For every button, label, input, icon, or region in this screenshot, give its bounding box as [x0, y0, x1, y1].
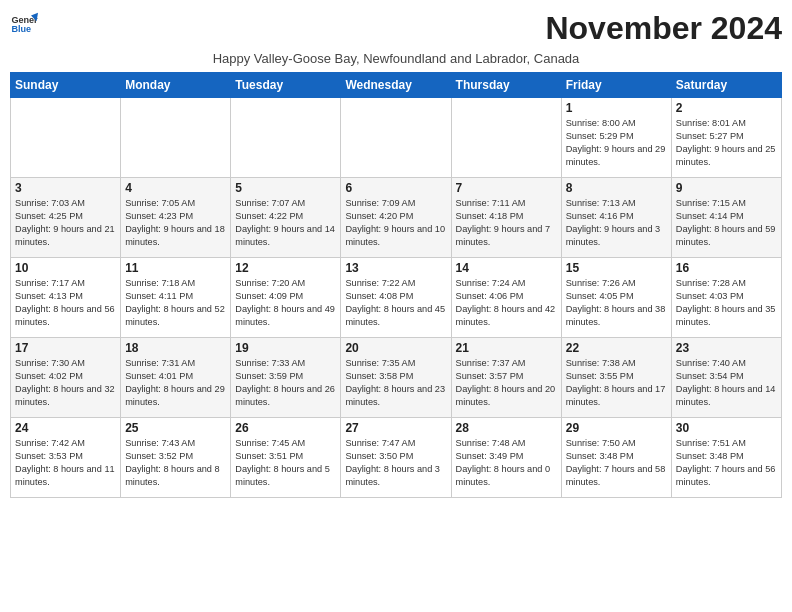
day-number: 19: [235, 341, 336, 355]
day-number: 27: [345, 421, 446, 435]
day-info: Sunrise: 7:43 AMSunset: 3:52 PMDaylight:…: [125, 437, 226, 489]
location-subtitle: Happy Valley-Goose Bay, Newfoundland and…: [10, 51, 782, 66]
day-info: Sunrise: 7:35 AMSunset: 3:58 PMDaylight:…: [345, 357, 446, 409]
day-info: Sunrise: 7:33 AMSunset: 3:59 PMDaylight:…: [235, 357, 336, 409]
day-number: 1: [566, 101, 667, 115]
calendar-cell: 15Sunrise: 7:26 AMSunset: 4:05 PMDayligh…: [561, 258, 671, 338]
day-number: 2: [676, 101, 777, 115]
day-number: 18: [125, 341, 226, 355]
calendar-cell: 22Sunrise: 7:38 AMSunset: 3:55 PMDayligh…: [561, 338, 671, 418]
logo: General Blue: [10, 10, 38, 38]
dow-header-thursday: Thursday: [451, 73, 561, 98]
calendar-cell: 19Sunrise: 7:33 AMSunset: 3:59 PMDayligh…: [231, 338, 341, 418]
calendar-cell: 5Sunrise: 7:07 AMSunset: 4:22 PMDaylight…: [231, 178, 341, 258]
calendar-cell: 18Sunrise: 7:31 AMSunset: 4:01 PMDayligh…: [121, 338, 231, 418]
day-info: Sunrise: 8:00 AMSunset: 5:29 PMDaylight:…: [566, 117, 667, 169]
calendar-cell: [231, 98, 341, 178]
calendar-cell: 7Sunrise: 7:11 AMSunset: 4:18 PMDaylight…: [451, 178, 561, 258]
day-info: Sunrise: 7:07 AMSunset: 4:22 PMDaylight:…: [235, 197, 336, 249]
calendar-cell: 24Sunrise: 7:42 AMSunset: 3:53 PMDayligh…: [11, 418, 121, 498]
calendar-cell: 30Sunrise: 7:51 AMSunset: 3:48 PMDayligh…: [671, 418, 781, 498]
day-number: 7: [456, 181, 557, 195]
day-number: 8: [566, 181, 667, 195]
day-info: Sunrise: 7:24 AMSunset: 4:06 PMDaylight:…: [456, 277, 557, 329]
logo-icon: General Blue: [10, 10, 38, 38]
calendar-cell: 2Sunrise: 8:01 AMSunset: 5:27 PMDaylight…: [671, 98, 781, 178]
day-info: Sunrise: 7:09 AMSunset: 4:20 PMDaylight:…: [345, 197, 446, 249]
dow-header-sunday: Sunday: [11, 73, 121, 98]
day-number: 21: [456, 341, 557, 355]
day-info: Sunrise: 7:37 AMSunset: 3:57 PMDaylight:…: [456, 357, 557, 409]
day-info: Sunrise: 7:45 AMSunset: 3:51 PMDaylight:…: [235, 437, 336, 489]
calendar-cell: [341, 98, 451, 178]
page-header: General Blue November 2024: [10, 10, 782, 47]
day-info: Sunrise: 7:51 AMSunset: 3:48 PMDaylight:…: [676, 437, 777, 489]
day-info: Sunrise: 7:03 AMSunset: 4:25 PMDaylight:…: [15, 197, 116, 249]
calendar-cell: 3Sunrise: 7:03 AMSunset: 4:25 PMDaylight…: [11, 178, 121, 258]
month-title: November 2024: [545, 10, 782, 47]
day-info: Sunrise: 7:05 AMSunset: 4:23 PMDaylight:…: [125, 197, 226, 249]
day-number: 9: [676, 181, 777, 195]
day-info: Sunrise: 7:22 AMSunset: 4:08 PMDaylight:…: [345, 277, 446, 329]
calendar-cell: 13Sunrise: 7:22 AMSunset: 4:08 PMDayligh…: [341, 258, 451, 338]
calendar-cell: 8Sunrise: 7:13 AMSunset: 4:16 PMDaylight…: [561, 178, 671, 258]
calendar-cell: 28Sunrise: 7:48 AMSunset: 3:49 PMDayligh…: [451, 418, 561, 498]
calendar-cell: 23Sunrise: 7:40 AMSunset: 3:54 PMDayligh…: [671, 338, 781, 418]
day-info: Sunrise: 7:30 AMSunset: 4:02 PMDaylight:…: [15, 357, 116, 409]
dow-header-tuesday: Tuesday: [231, 73, 341, 98]
calendar-cell: 25Sunrise: 7:43 AMSunset: 3:52 PMDayligh…: [121, 418, 231, 498]
day-info: Sunrise: 7:17 AMSunset: 4:13 PMDaylight:…: [15, 277, 116, 329]
day-number: 26: [235, 421, 336, 435]
dow-header-saturday: Saturday: [671, 73, 781, 98]
calendar-cell: 29Sunrise: 7:50 AMSunset: 3:48 PMDayligh…: [561, 418, 671, 498]
day-number: 11: [125, 261, 226, 275]
day-info: Sunrise: 7:38 AMSunset: 3:55 PMDaylight:…: [566, 357, 667, 409]
day-number: 12: [235, 261, 336, 275]
calendar-cell: 16Sunrise: 7:28 AMSunset: 4:03 PMDayligh…: [671, 258, 781, 338]
day-number: 30: [676, 421, 777, 435]
day-number: 29: [566, 421, 667, 435]
calendar-cell: [11, 98, 121, 178]
calendar-cell: 9Sunrise: 7:15 AMSunset: 4:14 PMDaylight…: [671, 178, 781, 258]
day-info: Sunrise: 7:47 AMSunset: 3:50 PMDaylight:…: [345, 437, 446, 489]
day-info: Sunrise: 7:13 AMSunset: 4:16 PMDaylight:…: [566, 197, 667, 249]
day-info: Sunrise: 7:40 AMSunset: 3:54 PMDaylight:…: [676, 357, 777, 409]
day-number: 15: [566, 261, 667, 275]
day-info: Sunrise: 7:11 AMSunset: 4:18 PMDaylight:…: [456, 197, 557, 249]
calendar-cell: [121, 98, 231, 178]
calendar-cell: 27Sunrise: 7:47 AMSunset: 3:50 PMDayligh…: [341, 418, 451, 498]
calendar-cell: 11Sunrise: 7:18 AMSunset: 4:11 PMDayligh…: [121, 258, 231, 338]
day-number: 4: [125, 181, 226, 195]
calendar-cell: 20Sunrise: 7:35 AMSunset: 3:58 PMDayligh…: [341, 338, 451, 418]
calendar-cell: 26Sunrise: 7:45 AMSunset: 3:51 PMDayligh…: [231, 418, 341, 498]
day-number: 22: [566, 341, 667, 355]
calendar-cell: 4Sunrise: 7:05 AMSunset: 4:23 PMDaylight…: [121, 178, 231, 258]
day-info: Sunrise: 7:42 AMSunset: 3:53 PMDaylight:…: [15, 437, 116, 489]
day-info: Sunrise: 8:01 AMSunset: 5:27 PMDaylight:…: [676, 117, 777, 169]
calendar-cell: 1Sunrise: 8:00 AMSunset: 5:29 PMDaylight…: [561, 98, 671, 178]
day-number: 24: [15, 421, 116, 435]
day-number: 25: [125, 421, 226, 435]
calendar-cell: 21Sunrise: 7:37 AMSunset: 3:57 PMDayligh…: [451, 338, 561, 418]
dow-header-friday: Friday: [561, 73, 671, 98]
day-number: 3: [15, 181, 116, 195]
day-number: 16: [676, 261, 777, 275]
day-info: Sunrise: 7:31 AMSunset: 4:01 PMDaylight:…: [125, 357, 226, 409]
day-number: 17: [15, 341, 116, 355]
day-info: Sunrise: 7:18 AMSunset: 4:11 PMDaylight:…: [125, 277, 226, 329]
day-info: Sunrise: 7:48 AMSunset: 3:49 PMDaylight:…: [456, 437, 557, 489]
day-number: 5: [235, 181, 336, 195]
day-info: Sunrise: 7:15 AMSunset: 4:14 PMDaylight:…: [676, 197, 777, 249]
day-number: 10: [15, 261, 116, 275]
calendar-table: SundayMondayTuesdayWednesdayThursdayFrid…: [10, 72, 782, 498]
day-info: Sunrise: 7:20 AMSunset: 4:09 PMDaylight:…: [235, 277, 336, 329]
calendar-cell: 14Sunrise: 7:24 AMSunset: 4:06 PMDayligh…: [451, 258, 561, 338]
day-info: Sunrise: 7:50 AMSunset: 3:48 PMDaylight:…: [566, 437, 667, 489]
day-info: Sunrise: 7:28 AMSunset: 4:03 PMDaylight:…: [676, 277, 777, 329]
day-number: 28: [456, 421, 557, 435]
dow-header-wednesday: Wednesday: [341, 73, 451, 98]
day-number: 14: [456, 261, 557, 275]
calendar-cell: 10Sunrise: 7:17 AMSunset: 4:13 PMDayligh…: [11, 258, 121, 338]
day-number: 20: [345, 341, 446, 355]
day-number: 6: [345, 181, 446, 195]
